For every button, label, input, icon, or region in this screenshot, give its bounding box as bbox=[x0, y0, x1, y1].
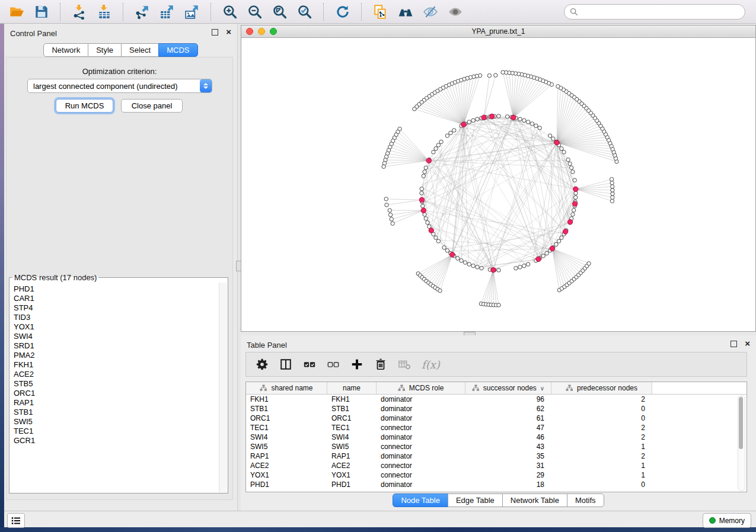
table-row[interactable]: ACE2ACE2connector311 bbox=[246, 461, 747, 470]
table-cell: connector bbox=[377, 423, 465, 432]
new-network-from-selection-icon[interactable] bbox=[371, 2, 390, 21]
task-history-button[interactable] bbox=[7, 513, 25, 528]
table-cell: dominator bbox=[377, 414, 465, 423]
network-window-titlebar[interactable]: YPA_prune.txt_1 bbox=[241, 25, 755, 38]
select-all-rows-icon[interactable] bbox=[303, 358, 316, 371]
first-neighbors-icon[interactable] bbox=[396, 2, 415, 21]
tab-node-table[interactable]: Node Table bbox=[393, 493, 448, 507]
mcds-result-item[interactable]: TEC1 bbox=[14, 427, 219, 436]
import-network-icon[interactable] bbox=[70, 2, 89, 21]
delete-column-icon[interactable] bbox=[374, 358, 387, 371]
window-minimize-icon[interactable] bbox=[258, 28, 265, 35]
zoom-fit-icon[interactable] bbox=[270, 2, 289, 21]
mcds-list-scrollbar[interactable] bbox=[219, 283, 227, 492]
table-row[interactable]: PHD1PHD1dominator180 bbox=[246, 480, 747, 489]
show-all-icon[interactable] bbox=[446, 2, 465, 21]
table-toolbar: f(x) bbox=[245, 352, 747, 377]
run-mcds-button[interactable]: Run MCDS bbox=[56, 99, 113, 113]
tab-style[interactable]: Style bbox=[88, 43, 122, 57]
table-cell: 2 bbox=[551, 395, 652, 404]
mcds-result-item[interactable]: ORC1 bbox=[14, 389, 219, 398]
table-row[interactable]: FKH1FKH1dominator962 bbox=[246, 395, 747, 404]
search-input[interactable] bbox=[582, 7, 739, 17]
delete-table-icon[interactable] bbox=[398, 358, 411, 371]
column-header-successor-nodes[interactable]: successor nodes∨ bbox=[465, 382, 551, 394]
search-field[interactable] bbox=[564, 4, 745, 20]
window-maximize-icon[interactable] bbox=[270, 28, 277, 35]
table-cell: 1 bbox=[551, 461, 652, 470]
column-header-MCDS-role[interactable]: MCDS role bbox=[377, 382, 465, 394]
tab-network-table[interactable]: Network Table bbox=[502, 493, 567, 507]
table-cell: dominator bbox=[377, 451, 465, 461]
tab-edge-table[interactable]: Edge Table bbox=[448, 493, 503, 507]
close-panel-icon[interactable]: × bbox=[226, 28, 231, 36]
import-table-icon[interactable] bbox=[95, 2, 114, 21]
table-cell: STB1 bbox=[327, 404, 377, 414]
optimization-criterion-select[interactable]: largest connected component (undirected) bbox=[27, 79, 212, 93]
table-cell: SWI4 bbox=[246, 432, 327, 442]
column-header-shared-name[interactable]: shared name bbox=[246, 382, 327, 394]
zoom-selected-icon[interactable] bbox=[295, 2, 314, 21]
mcds-result-item[interactable]: PMA2 bbox=[14, 351, 219, 360]
table-cell: 29 bbox=[465, 470, 551, 480]
float-panel-icon[interactable] bbox=[731, 341, 737, 347]
table-row[interactable]: RAP1RAP1dominator352 bbox=[246, 451, 747, 461]
mcds-result-item[interactable]: FKH1 bbox=[14, 360, 219, 370]
toolbar-separator bbox=[123, 3, 124, 21]
mcds-result-item[interactable]: ACE2 bbox=[14, 370, 219, 379]
mcds-result-item[interactable]: SRD1 bbox=[14, 341, 219, 351]
table-row[interactable]: SWI5SWI5connector431 bbox=[246, 442, 747, 451]
table-scrollbar-thumb[interactable] bbox=[739, 397, 743, 449]
export-network-icon[interactable] bbox=[133, 2, 152, 21]
hide-selected-icon[interactable] bbox=[421, 2, 440, 21]
refresh-layout-icon[interactable] bbox=[333, 2, 352, 21]
table-row[interactable]: TEC1TEC1connector472 bbox=[246, 423, 747, 432]
mcds-result-item[interactable]: TID3 bbox=[14, 313, 219, 322]
tab-motifs[interactable]: Motifs bbox=[567, 493, 604, 507]
network-canvas[interactable] bbox=[241, 38, 755, 332]
zoom-out-icon[interactable] bbox=[245, 2, 264, 21]
memory-button[interactable]: Memory bbox=[703, 513, 751, 528]
table-cell: RAP1 bbox=[327, 451, 377, 461]
add-column-icon[interactable] bbox=[350, 358, 363, 371]
table-cell: ORC1 bbox=[246, 414, 327, 423]
tab-network[interactable]: Network bbox=[43, 43, 88, 57]
mcds-result-item[interactable]: STB1 bbox=[14, 408, 219, 417]
zoom-in-icon[interactable] bbox=[221, 2, 240, 21]
export-table-icon[interactable] bbox=[158, 2, 177, 21]
table-cell: dominator bbox=[377, 404, 465, 414]
column-header-predecessor-nodes[interactable]: predecessor nodes bbox=[551, 382, 652, 394]
table-cell: 2 bbox=[551, 432, 652, 442]
mcds-result-item[interactable]: PHD1 bbox=[14, 284, 219, 294]
tab-mcds[interactable]: MCDS bbox=[158, 43, 197, 57]
column-settings-gear-icon[interactable] bbox=[256, 358, 269, 371]
mcds-result-item[interactable]: RAP1 bbox=[14, 398, 219, 408]
mcds-result-item[interactable]: STB5 bbox=[14, 379, 219, 389]
save-session-icon[interactable] bbox=[32, 2, 51, 21]
table-row[interactable]: YOX1YOX1connector291 bbox=[246, 470, 747, 480]
open-file-icon[interactable] bbox=[7, 2, 26, 21]
column-header-name[interactable]: name bbox=[327, 382, 377, 394]
mcds-result-item[interactable]: GCR1 bbox=[14, 436, 219, 446]
table-row[interactable]: SWI4SWI4dominator462 bbox=[246, 432, 747, 442]
mcds-result-item[interactable]: YOX1 bbox=[14, 322, 219, 332]
show-columns-icon[interactable] bbox=[279, 358, 292, 371]
deselect-all-rows-icon[interactable] bbox=[327, 358, 340, 371]
table-row[interactable]: ORC1ORC1dominator610 bbox=[246, 414, 747, 423]
table-row[interactable]: STB1STB1dominator620 bbox=[246, 404, 747, 414]
mcds-result-item[interactable]: SWI5 bbox=[14, 417, 219, 427]
float-panel-icon[interactable] bbox=[212, 29, 218, 36]
tab-select[interactable]: Select bbox=[121, 43, 159, 57]
export-image-icon[interactable] bbox=[183, 2, 202, 21]
table-scrollbar[interactable] bbox=[738, 395, 745, 491]
close-panel-icon[interactable]: × bbox=[745, 340, 750, 347]
function-builder-icon[interactable]: f(x) bbox=[422, 358, 440, 371]
window-close-icon[interactable] bbox=[246, 28, 253, 35]
mcds-result-item[interactable]: STP4 bbox=[14, 303, 219, 313]
task-list-icon bbox=[11, 517, 21, 525]
dropdown-stepper-icon bbox=[200, 79, 212, 92]
mcds-result-item[interactable]: CAR1 bbox=[14, 294, 219, 303]
close-panel-button[interactable]: Close panel bbox=[121, 99, 183, 113]
table-cell: FKH1 bbox=[246, 395, 327, 404]
mcds-result-item[interactable]: SWI4 bbox=[14, 332, 219, 341]
